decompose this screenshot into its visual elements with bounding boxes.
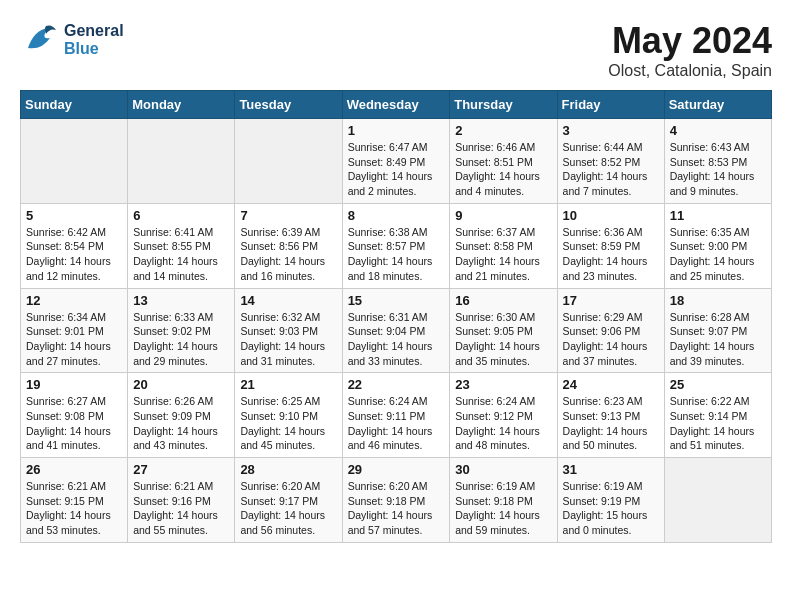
logo-icon (20, 20, 60, 60)
calendar-week-row: 12Sunrise: 6:34 AMSunset: 9:01 PMDayligh… (21, 288, 772, 373)
day-number: 28 (240, 462, 336, 477)
cell-content: Sunrise: 6:34 AMSunset: 9:01 PMDaylight:… (26, 310, 122, 369)
cell-content: Sunrise: 6:28 AMSunset: 9:07 PMDaylight:… (670, 310, 766, 369)
day-number: 8 (348, 208, 445, 223)
cell-content: Sunrise: 6:37 AMSunset: 8:58 PMDaylight:… (455, 225, 551, 284)
calendar-cell: 15Sunrise: 6:31 AMSunset: 9:04 PMDayligh… (342, 288, 450, 373)
calendar-subtitle: Olost, Catalonia, Spain (608, 62, 772, 80)
cell-content: Sunrise: 6:21 AMSunset: 9:15 PMDaylight:… (26, 479, 122, 538)
cell-content: Sunrise: 6:26 AMSunset: 9:09 PMDaylight:… (133, 394, 229, 453)
day-number: 1 (348, 123, 445, 138)
calendar-cell: 24Sunrise: 6:23 AMSunset: 9:13 PMDayligh… (557, 373, 664, 458)
cell-content: Sunrise: 6:35 AMSunset: 9:00 PMDaylight:… (670, 225, 766, 284)
cell-content: Sunrise: 6:24 AMSunset: 9:11 PMDaylight:… (348, 394, 445, 453)
day-number: 24 (563, 377, 659, 392)
calendar-cell: 18Sunrise: 6:28 AMSunset: 9:07 PMDayligh… (664, 288, 771, 373)
calendar-cell: 5Sunrise: 6:42 AMSunset: 8:54 PMDaylight… (21, 203, 128, 288)
calendar-week-row: 19Sunrise: 6:27 AMSunset: 9:08 PMDayligh… (21, 373, 772, 458)
cell-content: Sunrise: 6:23 AMSunset: 9:13 PMDaylight:… (563, 394, 659, 453)
day-number: 22 (348, 377, 445, 392)
cell-content: Sunrise: 6:47 AMSunset: 8:49 PMDaylight:… (348, 140, 445, 199)
weekday-header-tuesday: Tuesday (235, 91, 342, 119)
logo-label: General Blue (64, 22, 124, 57)
day-number: 26 (26, 462, 122, 477)
day-number: 23 (455, 377, 551, 392)
day-number: 12 (26, 293, 122, 308)
cell-content: Sunrise: 6:31 AMSunset: 9:04 PMDaylight:… (348, 310, 445, 369)
cell-content: Sunrise: 6:19 AMSunset: 9:19 PMDaylight:… (563, 479, 659, 538)
calendar-body: 1Sunrise: 6:47 AMSunset: 8:49 PMDaylight… (21, 119, 772, 543)
calendar-cell: 2Sunrise: 6:46 AMSunset: 8:51 PMDaylight… (450, 119, 557, 204)
calendar-header: SundayMondayTuesdayWednesdayThursdayFrid… (21, 91, 772, 119)
cell-content: Sunrise: 6:20 AMSunset: 9:18 PMDaylight:… (348, 479, 445, 538)
cell-content: Sunrise: 6:39 AMSunset: 8:56 PMDaylight:… (240, 225, 336, 284)
day-number: 27 (133, 462, 229, 477)
day-number: 29 (348, 462, 445, 477)
cell-content: Sunrise: 6:21 AMSunset: 9:16 PMDaylight:… (133, 479, 229, 538)
weekday-header-sunday: Sunday (21, 91, 128, 119)
calendar-cell: 26Sunrise: 6:21 AMSunset: 9:15 PMDayligh… (21, 458, 128, 543)
header: General Blue May 2024 Olost, Catalonia, … (20, 20, 772, 80)
calendar-cell: 12Sunrise: 6:34 AMSunset: 9:01 PMDayligh… (21, 288, 128, 373)
calendar-table: SundayMondayTuesdayWednesdayThursdayFrid… (20, 90, 772, 543)
cell-content: Sunrise: 6:22 AMSunset: 9:14 PMDaylight:… (670, 394, 766, 453)
weekday-header-friday: Friday (557, 91, 664, 119)
calendar-cell: 8Sunrise: 6:38 AMSunset: 8:57 PMDaylight… (342, 203, 450, 288)
calendar-cell (235, 119, 342, 204)
calendar-cell: 6Sunrise: 6:41 AMSunset: 8:55 PMDaylight… (128, 203, 235, 288)
day-number: 13 (133, 293, 229, 308)
calendar-cell (664, 458, 771, 543)
weekday-header-monday: Monday (128, 91, 235, 119)
calendar-cell: 22Sunrise: 6:24 AMSunset: 9:11 PMDayligh… (342, 373, 450, 458)
day-number: 30 (455, 462, 551, 477)
day-number: 5 (26, 208, 122, 223)
logo-blue-text: Blue (64, 40, 124, 58)
day-number: 15 (348, 293, 445, 308)
day-number: 4 (670, 123, 766, 138)
calendar-cell: 17Sunrise: 6:29 AMSunset: 9:06 PMDayligh… (557, 288, 664, 373)
calendar-cell: 10Sunrise: 6:36 AMSunset: 8:59 PMDayligh… (557, 203, 664, 288)
calendar-cell: 16Sunrise: 6:30 AMSunset: 9:05 PMDayligh… (450, 288, 557, 373)
cell-content: Sunrise: 6:24 AMSunset: 9:12 PMDaylight:… (455, 394, 551, 453)
cell-content: Sunrise: 6:38 AMSunset: 8:57 PMDaylight:… (348, 225, 445, 284)
calendar-cell (128, 119, 235, 204)
calendar-cell: 1Sunrise: 6:47 AMSunset: 8:49 PMDaylight… (342, 119, 450, 204)
day-number: 20 (133, 377, 229, 392)
day-number: 17 (563, 293, 659, 308)
calendar-cell: 20Sunrise: 6:26 AMSunset: 9:09 PMDayligh… (128, 373, 235, 458)
weekday-header-row: SundayMondayTuesdayWednesdayThursdayFrid… (21, 91, 772, 119)
calendar-cell: 9Sunrise: 6:37 AMSunset: 8:58 PMDaylight… (450, 203, 557, 288)
calendar-cell: 3Sunrise: 6:44 AMSunset: 8:52 PMDaylight… (557, 119, 664, 204)
calendar-cell: 19Sunrise: 6:27 AMSunset: 9:08 PMDayligh… (21, 373, 128, 458)
day-number: 6 (133, 208, 229, 223)
calendar-cell: 31Sunrise: 6:19 AMSunset: 9:19 PMDayligh… (557, 458, 664, 543)
cell-content: Sunrise: 6:42 AMSunset: 8:54 PMDaylight:… (26, 225, 122, 284)
cell-content: Sunrise: 6:41 AMSunset: 8:55 PMDaylight:… (133, 225, 229, 284)
calendar-cell: 14Sunrise: 6:32 AMSunset: 9:03 PMDayligh… (235, 288, 342, 373)
cell-content: Sunrise: 6:30 AMSunset: 9:05 PMDaylight:… (455, 310, 551, 369)
cell-content: Sunrise: 6:20 AMSunset: 9:17 PMDaylight:… (240, 479, 336, 538)
calendar-cell: 4Sunrise: 6:43 AMSunset: 8:53 PMDaylight… (664, 119, 771, 204)
calendar-cell (21, 119, 128, 204)
cell-content: Sunrise: 6:29 AMSunset: 9:06 PMDaylight:… (563, 310, 659, 369)
weekday-header-thursday: Thursday (450, 91, 557, 119)
day-number: 3 (563, 123, 659, 138)
day-number: 2 (455, 123, 551, 138)
day-number: 16 (455, 293, 551, 308)
calendar-cell: 11Sunrise: 6:35 AMSunset: 9:00 PMDayligh… (664, 203, 771, 288)
day-number: 11 (670, 208, 766, 223)
weekday-header-saturday: Saturday (664, 91, 771, 119)
cell-content: Sunrise: 6:19 AMSunset: 9:18 PMDaylight:… (455, 479, 551, 538)
calendar-cell: 7Sunrise: 6:39 AMSunset: 8:56 PMDaylight… (235, 203, 342, 288)
calendar-cell: 23Sunrise: 6:24 AMSunset: 9:12 PMDayligh… (450, 373, 557, 458)
cell-content: Sunrise: 6:43 AMSunset: 8:53 PMDaylight:… (670, 140, 766, 199)
cell-content: Sunrise: 6:27 AMSunset: 9:08 PMDaylight:… (26, 394, 122, 453)
logo: General Blue (20, 20, 124, 60)
calendar-week-row: 5Sunrise: 6:42 AMSunset: 8:54 PMDaylight… (21, 203, 772, 288)
calendar-cell: 28Sunrise: 6:20 AMSunset: 9:17 PMDayligh… (235, 458, 342, 543)
calendar-cell: 25Sunrise: 6:22 AMSunset: 9:14 PMDayligh… (664, 373, 771, 458)
cell-content: Sunrise: 6:32 AMSunset: 9:03 PMDaylight:… (240, 310, 336, 369)
calendar-cell: 30Sunrise: 6:19 AMSunset: 9:18 PMDayligh… (450, 458, 557, 543)
calendar-title: May 2024 (608, 20, 772, 62)
day-number: 9 (455, 208, 551, 223)
